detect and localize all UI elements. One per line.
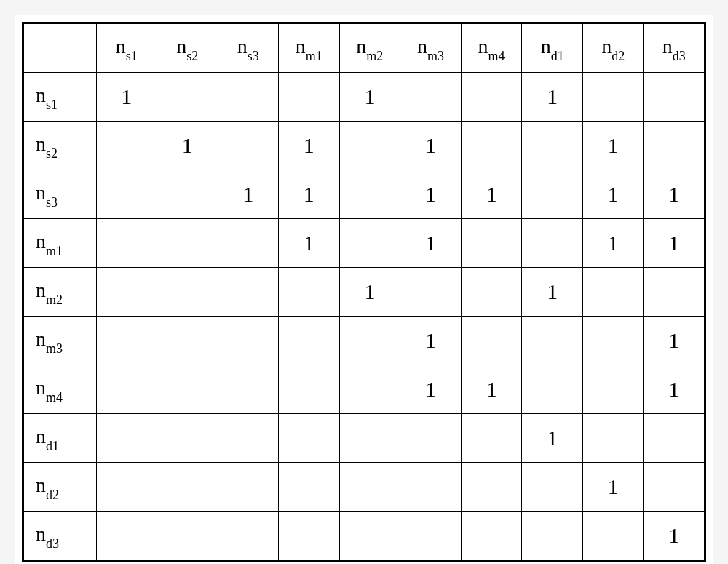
matrix-cell xyxy=(522,219,582,268)
row-header: nm2 xyxy=(23,268,97,317)
col-header: nd1 xyxy=(522,23,582,73)
col-header: nm1 xyxy=(278,23,339,73)
matrix-cell-value: 1 xyxy=(425,133,436,157)
table-row: ns1111 xyxy=(23,73,705,122)
col-header-sub: d2 xyxy=(612,49,625,63)
matrix-cell: 1 xyxy=(339,73,400,122)
row-header-base: n xyxy=(36,279,46,301)
matrix-cell xyxy=(400,268,462,317)
row-header-sub: s2 xyxy=(46,146,58,161)
matrix-cell-value: 1 xyxy=(425,182,436,206)
matrix-cell-value: 1 xyxy=(304,231,314,255)
matrix-cell xyxy=(96,365,157,414)
matrix-cell xyxy=(461,512,522,561)
matrix-cell: 1 xyxy=(461,170,522,219)
row-header: nd3 xyxy=(23,512,97,561)
matrix-cell xyxy=(644,73,705,122)
row-header-sub: m1 xyxy=(46,244,63,258)
matrix-cell xyxy=(582,317,643,365)
matrix-cell xyxy=(339,122,400,170)
matrix-cell xyxy=(339,219,400,268)
matrix-cell xyxy=(157,365,218,414)
matrix-cell-value: 1 xyxy=(486,182,497,206)
table-container: ns1ns2ns3nm1nm2nm3nm4nd1nd2nd3 ns1111ns2… xyxy=(15,15,713,564)
col-header-base: n xyxy=(601,35,612,57)
matrix-cell xyxy=(461,463,522,512)
matrix-cell xyxy=(218,463,278,512)
matrix-cell xyxy=(278,365,339,414)
table-row: ns21111 xyxy=(23,122,705,170)
matrix-cell xyxy=(522,463,582,512)
matrix-cell: 1 xyxy=(522,414,582,463)
col-header-sub: s1 xyxy=(126,49,138,63)
matrix-cell xyxy=(339,170,400,219)
matrix-cell-value: 1 xyxy=(547,426,558,450)
matrix-cell xyxy=(157,219,218,268)
matrix-cell-value: 1 xyxy=(608,133,619,157)
table-row: nm311 xyxy=(23,317,705,365)
col-header-base: n xyxy=(176,35,186,57)
matrix-cell xyxy=(339,463,400,512)
row-header: nd1 xyxy=(23,414,97,463)
matrix-cell: 1 xyxy=(218,170,278,219)
matrix-cell xyxy=(157,414,218,463)
row-header-base: n xyxy=(36,474,46,496)
col-header: ns2 xyxy=(157,23,218,73)
matrix-cell-value: 1 xyxy=(668,523,679,547)
col-header-sub: d3 xyxy=(673,49,686,63)
matrix-cell xyxy=(339,365,400,414)
matrix-cell xyxy=(218,512,278,561)
matrix-cell xyxy=(218,317,278,365)
matrix-cell: 1 xyxy=(278,170,339,219)
matrix-cell xyxy=(96,268,157,317)
col-header: nd2 xyxy=(582,23,643,73)
matrix-cell xyxy=(96,414,157,463)
matrix-cell xyxy=(522,317,582,365)
matrix-cell xyxy=(218,122,278,170)
col-header-sub: d1 xyxy=(551,49,564,63)
matrix-cell: 1 xyxy=(400,365,462,414)
col-header-sub: s2 xyxy=(186,49,198,63)
row-header-base: n xyxy=(36,230,46,253)
row-header: nm1 xyxy=(23,219,97,268)
row-header-sub: s1 xyxy=(46,98,58,112)
header-row: ns1ns2ns3nm1nm2nm3nm4nd1nd2nd3 xyxy=(23,23,705,73)
matrix-cell xyxy=(339,317,400,365)
matrix-cell: 1 xyxy=(400,219,462,268)
table-row: nm4111 xyxy=(23,365,705,414)
matrix-cell xyxy=(218,219,278,268)
matrix-cell xyxy=(582,365,643,414)
table-body: ns1111ns21111ns3111111nm11111nm211nm311n… xyxy=(23,73,705,561)
matrix-cell xyxy=(218,414,278,463)
matrix-cell xyxy=(400,73,462,122)
row-header: ns3 xyxy=(23,170,97,219)
matrix-cell xyxy=(96,170,157,219)
matrix-cell xyxy=(582,512,643,561)
matrix-cell: 1 xyxy=(278,122,339,170)
row-header-base: n xyxy=(36,376,46,399)
matrix-cell: 1 xyxy=(278,219,339,268)
matrix-cell xyxy=(157,317,218,365)
row-header-sub: m3 xyxy=(46,341,63,356)
matrix-cell-value: 1 xyxy=(182,133,193,157)
matrix-cell xyxy=(278,463,339,512)
matrix-cell: 1 xyxy=(582,219,643,268)
matrix-cell: 1 xyxy=(339,268,400,317)
matrix-cell xyxy=(278,317,339,365)
matrix-cell-value: 1 xyxy=(304,182,314,206)
col-header-base: n xyxy=(296,35,306,57)
matrix-cell xyxy=(461,268,522,317)
table-row: nd11 xyxy=(23,414,705,463)
matrix-cell: 1 xyxy=(644,170,705,219)
matrix-cell-value: 1 xyxy=(668,231,679,255)
matrix-cell xyxy=(278,268,339,317)
row-header-sub: m4 xyxy=(46,390,63,405)
col-header: nm3 xyxy=(400,23,462,73)
col-header-base: n xyxy=(662,35,673,57)
matrix-cell xyxy=(582,73,643,122)
matrix-cell: 1 xyxy=(522,268,582,317)
matrix-cell xyxy=(461,73,522,122)
matrix-cell xyxy=(96,317,157,365)
matrix-cell: 1 xyxy=(461,365,522,414)
row-header: ns1 xyxy=(23,73,97,122)
